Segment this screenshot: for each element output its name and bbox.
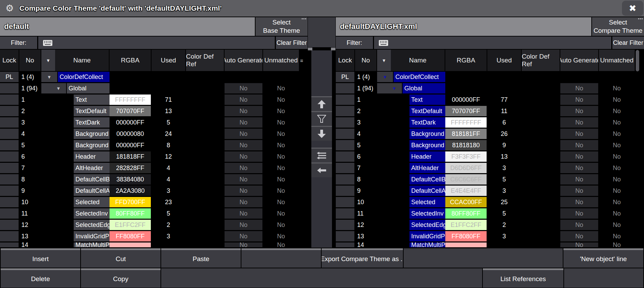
used-cell[interactable] xyxy=(487,72,521,82)
lock-cell[interactable] xyxy=(336,208,354,219)
rgba-swatch-cell[interactable] xyxy=(110,83,151,93)
auto-generate-cell[interactable]: No xyxy=(225,140,262,150)
used-cell[interactable]: 6 xyxy=(487,117,521,128)
name-cell[interactable]: Background xyxy=(74,129,110,139)
used-cell[interactable]: 23 xyxy=(152,197,185,207)
auto-generate-cell[interactable]: No xyxy=(225,174,262,185)
rgba-swatch-cell[interactable]: 707070FF xyxy=(445,106,487,116)
no-cell[interactable]: 3 xyxy=(355,117,376,128)
no-cell[interactable]: 14 xyxy=(355,242,376,247)
filter-rows-button[interactable] xyxy=(311,111,332,126)
table-row[interactable]: 14MatchMultiPNoNo xyxy=(0,242,308,247)
column-header-rgba[interactable]: RGBA xyxy=(445,50,487,71)
auto-generate-cell[interactable]: No xyxy=(560,129,598,139)
color-def-ref-cell[interactable] xyxy=(186,174,224,185)
table-row[interactable]: 10SelectedCCAC00FF25NoNo xyxy=(336,197,644,207)
no-cell[interactable]: 2 xyxy=(355,106,376,116)
toolbar-spacer-button[interactable] xyxy=(241,248,321,268)
unmatched-cell[interactable]: No xyxy=(263,106,299,116)
column-header-rgba[interactable]: RGBA xyxy=(110,50,151,71)
rgba-swatch-cell[interactable]: 181818FF xyxy=(110,151,151,162)
auto-generate-cell[interactable]: No xyxy=(225,186,262,196)
unmatched-cell[interactable]: No xyxy=(263,220,299,230)
filter-input[interactable] xyxy=(374,37,611,49)
table-row[interactable]: PL1 (4)▼ColorDefCollect xyxy=(336,72,644,82)
no-cell[interactable]: 12 xyxy=(19,220,41,230)
no-cell[interactable]: 2 xyxy=(19,106,41,116)
color-def-ref-cell[interactable] xyxy=(186,220,224,230)
table-row[interactable]: 6Header181818FF12NoNo xyxy=(0,151,308,162)
no-cell[interactable]: 13 xyxy=(19,231,41,241)
color-def-ref-cell[interactable] xyxy=(522,117,560,128)
no-cell[interactable]: 4 xyxy=(19,129,41,139)
unmatched-cell[interactable]: No xyxy=(263,83,299,93)
color-def-ref-cell[interactable] xyxy=(186,140,224,150)
table-row[interactable]: 9DefaultCellAE4E4E4FF3NoNo xyxy=(336,186,644,196)
no-cell[interactable]: 6 xyxy=(355,151,376,162)
lock-cell[interactable] xyxy=(336,129,354,139)
rgba-swatch-cell[interactable]: FFFFFFFF xyxy=(445,117,487,128)
rgba-swatch-cell[interactable]: 000000FF xyxy=(110,117,151,128)
color-def-ref-cell[interactable] xyxy=(186,151,224,162)
lock-cell[interactable] xyxy=(336,174,354,185)
rgba-swatch-cell[interactable]: 818181FF xyxy=(445,129,487,139)
name-cell[interactable]: Background xyxy=(409,140,445,150)
name-cell[interactable]: AltHeader xyxy=(74,163,110,173)
unmatched-cell[interactable]: No xyxy=(263,186,299,196)
name-cell[interactable]: Background xyxy=(409,129,445,139)
rgba-swatch-cell[interactable]: FF8080FF xyxy=(445,231,487,241)
column-header-color-def-ref[interactable]: Color Def Ref xyxy=(186,50,224,71)
rgba-swatch-cell[interactable] xyxy=(110,242,151,247)
unmatched-cell[interactable]: No xyxy=(599,83,635,93)
color-def-ref-cell[interactable] xyxy=(186,163,224,173)
column-header-expander[interactable]: ▼ xyxy=(41,50,55,71)
lock-cell[interactable] xyxy=(0,95,19,105)
name-cell[interactable]: MatchMultiP xyxy=(409,242,445,247)
unmatched-cell[interactable]: No xyxy=(599,151,635,162)
no-cell[interactable]: 1 xyxy=(355,95,376,105)
name-cell[interactable]: DefaultCellB xyxy=(74,174,110,185)
name-cell[interactable]: TextDark xyxy=(74,117,110,128)
column-header-lock[interactable]: Lock xyxy=(336,50,354,71)
lock-cell[interactable] xyxy=(336,242,354,247)
unmatched-cell[interactable]: No xyxy=(599,163,635,173)
auto-generate-cell[interactable] xyxy=(560,72,598,82)
rgba-swatch-cell[interactable]: F3F3F3FF xyxy=(445,151,487,162)
column-header-used[interactable]: Used xyxy=(152,50,185,71)
expander-arrow-icon[interactable]: ▼ xyxy=(41,72,57,82)
column-header-auto-generate[interactable]: Auto Generate xyxy=(225,50,262,71)
rgba-swatch-cell[interactable] xyxy=(445,72,487,82)
lock-cell[interactable] xyxy=(0,208,19,219)
unmatched-cell[interactable]: No xyxy=(263,129,299,139)
used-cell[interactable]: 4 xyxy=(152,163,185,173)
unmatched-cell[interactable]: No xyxy=(263,208,299,219)
table-row[interactable]: 11SelectedInv80FF80FF5NoNo xyxy=(336,208,644,219)
rgba-swatch-cell[interactable]: FFFFFFFF xyxy=(110,95,151,105)
auto-generate-cell[interactable]: No xyxy=(225,151,262,162)
table-row[interactable]: 14MatchMultiPNoNo xyxy=(336,242,644,247)
unmatched-cell[interactable]: No xyxy=(263,197,299,207)
base-theme-name-field[interactable]: default xyxy=(0,17,255,36)
color-def-ref-cell[interactable] xyxy=(186,186,224,196)
used-cell[interactable]: 2 xyxy=(487,220,521,230)
table-row[interactable]: PL1 (4)▼ColorDefCollect xyxy=(0,72,308,82)
no-cell[interactable]: 1 (4) xyxy=(355,72,376,82)
color-def-ref-cell[interactable] xyxy=(522,197,560,207)
auto-generate-cell[interactable] xyxy=(225,72,262,82)
delete-button[interactable]: Delete xyxy=(1,268,80,288)
toolbar-spacer-button[interactable] xyxy=(161,268,482,288)
lock-cell[interactable] xyxy=(336,186,354,196)
unmatched-cell[interactable]: No xyxy=(599,117,635,128)
unmatched-cell[interactable]: No xyxy=(599,174,635,185)
lock-cell[interactable] xyxy=(0,151,19,162)
color-def-ref-cell[interactable] xyxy=(522,129,560,139)
name-cell[interactable]: Header xyxy=(409,151,445,162)
used-cell[interactable]: 3 xyxy=(487,163,521,173)
name-cell[interactable]: TextDark xyxy=(409,117,445,128)
unmatched-cell[interactable] xyxy=(263,72,299,82)
used-cell[interactable]: 11 xyxy=(487,106,521,116)
auto-generate-cell[interactable]: No xyxy=(225,231,262,241)
rgba-swatch-cell[interactable]: C6C6C6FF xyxy=(445,174,487,185)
used-cell[interactable]: 77 xyxy=(487,95,521,105)
color-def-ref-cell[interactable] xyxy=(186,231,224,241)
